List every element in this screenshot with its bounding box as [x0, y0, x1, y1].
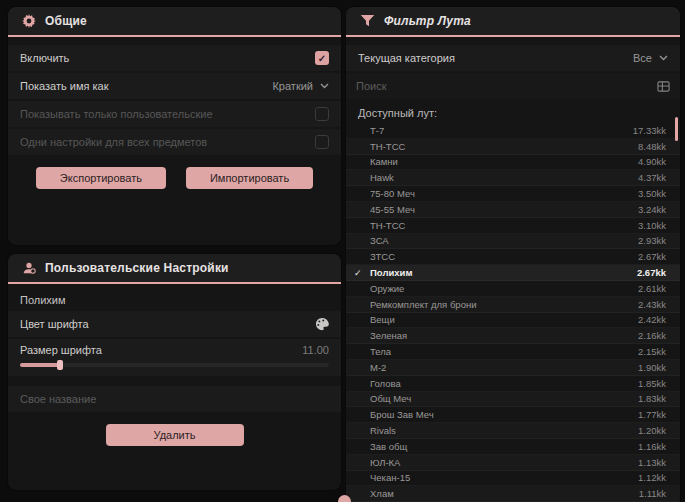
- scroll-indicator-button[interactable]: [338, 495, 351, 502]
- loot-item-count: 2.61kk: [638, 283, 666, 294]
- enable-checkbox[interactable]: ✓: [315, 51, 329, 65]
- loot-item-count: 4.37kk: [638, 172, 666, 183]
- table-options-icon[interactable]: [657, 80, 670, 93]
- loot-item-name: Ремкомплект для брони: [370, 299, 638, 310]
- loot-item-name: Голова: [370, 378, 638, 389]
- loot-item-count: 1.77kk: [638, 409, 666, 420]
- loot-item-count: 1.11kk: [639, 488, 666, 499]
- loot-item-count: 2.93kk: [638, 235, 666, 246]
- chevron-down-icon: [320, 83, 329, 89]
- only-custom-checkbox[interactable]: [315, 107, 329, 121]
- font-color-row[interactable]: Цвет шрифта: [8, 311, 341, 337]
- category-dropdown[interactable]: Все: [633, 52, 668, 64]
- color-palette-icon[interactable]: [315, 317, 329, 331]
- loot-item-name: Хлам: [370, 488, 639, 499]
- show-name-value: Краткий: [272, 80, 313, 92]
- category-value: Все: [633, 52, 652, 64]
- selected-item-name: Полихим: [20, 294, 329, 306]
- loot-item-count: 1.90kk: [638, 362, 666, 373]
- loot-item-count: 1.12kk: [638, 472, 666, 483]
- loot-item-count: 1.85kk: [638, 378, 666, 389]
- loot-list-item[interactable]: М-21.90kk: [346, 360, 680, 376]
- category-label: Текущая категория: [358, 52, 455, 64]
- general-panel-title: Общие: [45, 14, 87, 28]
- search-row: [346, 73, 680, 99]
- loot-list-item[interactable]: Тела2.15kk: [346, 344, 680, 360]
- only-custom-label: Показывать только пользовательские: [20, 108, 213, 120]
- loot-item-name: Общ Меч: [370, 393, 638, 404]
- gear-icon: [22, 14, 36, 28]
- loot-item-count: 2.67kk: [638, 251, 666, 262]
- loot-list-item[interactable]: ТН-ТСС8.48kk: [346, 139, 680, 155]
- export-button[interactable]: Экспортировать: [36, 167, 166, 189]
- loot-list: Т-717.33kkТН-ТСС8.48kkКамни4.90kkHawk4.3…: [346, 123, 680, 502]
- enable-row: Включить ✓: [8, 45, 341, 71]
- loot-item-count: 17.33kk: [633, 125, 666, 136]
- accent-divider: [8, 35, 341, 37]
- loot-list-item[interactable]: ЗСА2.93kk: [346, 234, 680, 250]
- loot-list-item[interactable]: ЮЛ-КА1.13kk: [346, 455, 680, 471]
- loot-item-name: Тела: [370, 346, 638, 357]
- custom-name-row: [8, 386, 341, 412]
- delete-button[interactable]: Удалить: [106, 424, 244, 446]
- loot-list-item[interactable]: Голова1.85kk: [346, 376, 680, 392]
- loot-list-item[interactable]: Оружие2.61kk: [346, 281, 680, 297]
- loot-list-item[interactable]: Ремкомплект для брони2.43kk: [346, 297, 680, 313]
- loot-list-item[interactable]: Т-717.33kk: [346, 123, 680, 139]
- loot-list-item[interactable]: ТН-ТСС3.10kk: [346, 218, 680, 234]
- loot-item-count: 2.67kk: [637, 267, 666, 278]
- search-input[interactable]: [356, 80, 649, 92]
- custom-panel-title: Пользовательские Настройки: [45, 261, 229, 275]
- chevron-down-icon: [659, 55, 668, 61]
- same-settings-checkbox[interactable]: [315, 135, 329, 149]
- loot-item-name: ТН-ТСС: [370, 220, 638, 231]
- loot-item-count: 1.83kk: [638, 393, 666, 404]
- loot-item-count: 2.15kk: [638, 346, 666, 357]
- import-button[interactable]: Импортировать: [186, 167, 313, 189]
- loot-list-item[interactable]: Камни4.90kk: [346, 155, 680, 171]
- loot-list-item[interactable]: ✓Полихим2.67kk: [346, 265, 680, 281]
- loot-list-item[interactable]: Зеленая2.16kk: [346, 328, 680, 344]
- show-name-dropdown[interactable]: Краткий: [272, 80, 329, 92]
- loot-item-count: 1.13kk: [638, 457, 666, 468]
- custom-name-input[interactable]: [20, 393, 329, 405]
- loot-list-item[interactable]: Хлам1.11kk: [346, 486, 680, 502]
- loot-list-item[interactable]: Чекан-151.12kk: [346, 471, 680, 487]
- slider-fill: [20, 363, 60, 367]
- loot-item-count: 2.43kk: [638, 299, 666, 310]
- loot-item-count: 8.48kk: [638, 141, 666, 152]
- loot-list-item[interactable]: Вещи2.42kk: [346, 313, 680, 329]
- loot-list-item[interactable]: Rivals1.20kk: [346, 423, 680, 439]
- check-icon: ✓: [354, 268, 370, 278]
- loot-list-item[interactable]: Зав общ1.16kk: [346, 439, 680, 455]
- loot-item-name: Брош Зав Меч: [370, 409, 638, 420]
- slider-handle[interactable]: [57, 360, 63, 370]
- loot-list-item[interactable]: Общ Меч1.83kk: [346, 392, 680, 408]
- loot-item-name: Зеленая: [370, 330, 638, 341]
- show-name-row: Показать имя как Краткий: [8, 73, 341, 99]
- loot-item-name: Зав общ: [370, 441, 638, 452]
- font-size-value: 11.00: [302, 344, 329, 356]
- accent-divider: [8, 282, 341, 284]
- loot-list-item[interactable]: 75-80 Меч3.50kk: [346, 186, 680, 202]
- loot-item-name: М-2: [370, 362, 638, 373]
- loot-list-item[interactable]: 45-55 Меч3.24kk: [346, 202, 680, 218]
- only-custom-row: Показывать только пользовательские: [8, 101, 341, 127]
- same-settings-row: Одни настройки для всех предметов: [8, 129, 341, 155]
- scrollbar-thumb[interactable]: [675, 117, 678, 141]
- loot-list-item[interactable]: ЗТСС2.67kk: [346, 249, 680, 265]
- font-size-slider[interactable]: [20, 363, 329, 367]
- enable-label: Включить: [20, 52, 69, 64]
- category-row: Текущая категория Все: [346, 45, 680, 71]
- loot-item-count: 2.16kk: [638, 330, 666, 341]
- loot-item-name: 45-55 Меч: [370, 204, 638, 215]
- loot-list-item[interactable]: Hawk4.37kk: [346, 170, 680, 186]
- same-settings-label: Одни настройки для всех предметов: [20, 136, 207, 148]
- general-panel: Общие Включить ✓ Показать имя как Кратки…: [8, 7, 341, 245]
- available-loot-caption: Доступный лут:: [358, 107, 668, 119]
- loot-list-item[interactable]: Брош Зав Меч1.77kk: [346, 407, 680, 423]
- custom-settings-panel: Пользовательские Настройки Полихим Цвет …: [8, 254, 341, 490]
- user-settings-icon: [22, 261, 36, 275]
- loot-item-count: 3.10kk: [638, 220, 666, 231]
- loot-item-name: ЗСА: [370, 235, 638, 246]
